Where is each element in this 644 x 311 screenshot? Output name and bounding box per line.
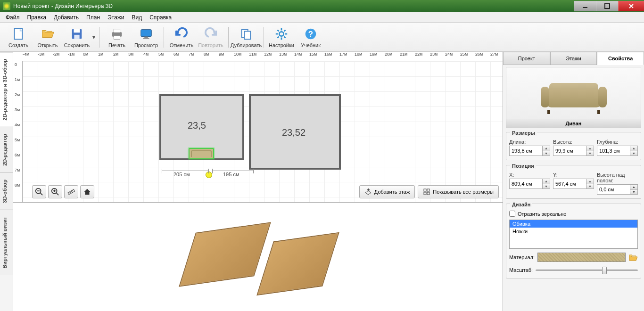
- svg-line-20: [284, 36, 286, 38]
- menu-edit[interactable]: Правка: [24, 13, 50, 22]
- svg-line-33: [69, 192, 69, 193]
- sofa-preview-image: [541, 81, 607, 114]
- 3d-rooms: [182, 214, 333, 299]
- properties-panel: Проект Этажи Свойства Диван Размеры Длин…: [503, 52, 644, 311]
- x-spinner[interactable]: ▲▼: [543, 179, 550, 189]
- material-swatch[interactable]: [537, 253, 626, 262]
- svg-rect-4: [74, 29, 80, 33]
- svg-line-19: [278, 30, 279, 31]
- menu-plan[interactable]: План: [83, 13, 104, 22]
- side-tab-2d[interactable]: 2D-редактор: [0, 127, 13, 172]
- object-preview: Диван: [506, 67, 641, 128]
- undo-icon: [174, 26, 189, 41]
- separator: [228, 27, 229, 48]
- tutorial-button[interactable]: ? Учебник: [296, 24, 325, 51]
- x-label: X:: [509, 172, 550, 178]
- rotate-handle[interactable]: [206, 172, 212, 178]
- show-dimensions-button[interactable]: Показывать все размеры: [418, 185, 499, 198]
- scale-slider[interactable]: [536, 266, 638, 274]
- height-input[interactable]: [553, 146, 586, 156]
- window-minimize-button[interactable]: [574, 1, 596, 11]
- tab-project[interactable]: Проект: [503, 52, 550, 65]
- svg-line-36: [72, 190, 73, 191]
- depth-input[interactable]: [597, 146, 630, 156]
- zoom-out-button[interactable]: [32, 185, 46, 198]
- mirror-checkbox[interactable]: [509, 211, 515, 217]
- y-spinner[interactable]: ▲▼: [586, 179, 594, 189]
- menu-add[interactable]: Добавить: [50, 13, 83, 22]
- preview-button[interactable]: Просмотр: [132, 24, 161, 51]
- svg-rect-5: [74, 34, 79, 38]
- zoom-in-button[interactable]: [48, 185, 62, 198]
- mirror-checkbox-row[interactable]: Отразить зеркально: [509, 211, 638, 217]
- design-group: Дизайн Отразить зеркально Обивка Ножки М…: [506, 204, 641, 278]
- scale-label: Масштаб:: [509, 267, 533, 273]
- z-spinner[interactable]: ▲▼: [630, 184, 638, 195]
- home-view-button[interactable]: [80, 185, 94, 198]
- parts-listbox[interactable]: Обивка Ножки: [509, 220, 638, 249]
- side-tab-2d-3d[interactable]: 2D-редактор и 3D-обзор: [0, 52, 13, 127]
- vertical-ruler: 01м2м3м4м5м6м7м8м: [13, 61, 23, 202]
- save-dropdown-arrow[interactable]: ▾: [91, 34, 96, 41]
- create-button[interactable]: Создать: [4, 24, 33, 51]
- tab-properties[interactable]: Свойства: [597, 52, 644, 65]
- duplicate-button[interactable]: Дублировать: [231, 24, 261, 51]
- length-spinner[interactable]: ▲▼: [543, 146, 550, 156]
- length-input[interactable]: [509, 146, 543, 156]
- svg-rect-8: [114, 35, 120, 39]
- floorplan-canvas[interactable]: 23,5 23,52 205 см 195 см Добави: [23, 61, 503, 202]
- tab-floors[interactable]: Этажи: [550, 52, 597, 65]
- separator: [164, 27, 164, 48]
- gear-icon: [274, 26, 289, 41]
- preview-caption: Диван: [506, 119, 641, 128]
- window-close-button[interactable]: [618, 1, 644, 11]
- measure-button[interactable]: [64, 185, 78, 198]
- open-button[interactable]: Открыть: [33, 24, 62, 51]
- 3d-preview-canvas[interactable]: [13, 203, 503, 311]
- menu-floors[interactable]: Этажи: [104, 13, 128, 22]
- height-label: Высота:: [553, 139, 594, 145]
- save-button[interactable]: Сохранить: [62, 24, 91, 51]
- y-label: Y:: [553, 172, 594, 178]
- app-icon: [3, 2, 10, 10]
- settings-button[interactable]: Настройки: [267, 24, 296, 51]
- sofa-object[interactable]: [189, 148, 214, 159]
- separator: [264, 27, 264, 48]
- y-input[interactable]: [553, 179, 586, 189]
- material-label: Материал:: [509, 254, 535, 260]
- add-floor-button[interactable]: Добавить этаж: [359, 185, 415, 198]
- side-tabs: 2D-редактор и 3D-обзор 2D-редактор 3D-об…: [0, 52, 13, 311]
- browse-material-button[interactable]: [628, 253, 638, 262]
- menu-help[interactable]: Справка: [146, 13, 175, 22]
- list-item[interactable]: Обивка: [510, 220, 637, 228]
- help-icon: ?: [303, 26, 318, 41]
- menu-view[interactable]: Вид: [128, 13, 146, 22]
- main-toolbar: Создать Открыть Сохранить ▾ Печать Просм…: [0, 23, 644, 52]
- svg-line-34: [70, 191, 71, 192]
- window-titlebar: Новый проект - Дизайн Интерьера 3D: [0, 0, 644, 12]
- dimensions-icon: [423, 188, 430, 196]
- save-icon: [69, 26, 84, 41]
- redo-icon: [203, 26, 218, 41]
- window-maximize-button[interactable]: [596, 1, 619, 11]
- print-button[interactable]: Печать: [102, 24, 132, 51]
- menu-file[interactable]: Файл: [2, 13, 24, 22]
- side-tab-3d[interactable]: 3D-обзор: [0, 172, 13, 210]
- svg-point-14: [279, 32, 283, 36]
- redo-button[interactable]: Повторить: [196, 24, 225, 51]
- depth-spinner[interactable]: ▲▼: [630, 146, 638, 156]
- undo-button[interactable]: Отменить: [167, 24, 196, 51]
- length-label: Длина:: [509, 139, 550, 145]
- height-spinner[interactable]: ▲▼: [586, 146, 594, 156]
- svg-rect-32: [68, 189, 75, 195]
- svg-rect-7: [114, 29, 120, 33]
- x-input[interactable]: [509, 179, 543, 189]
- side-tab-virtual[interactable]: Виртуальный визит: [0, 210, 13, 275]
- depth-label: Глубина:: [597, 139, 638, 145]
- z-input[interactable]: [597, 184, 630, 195]
- new-file-icon: [11, 26, 26, 41]
- svg-rect-11: [143, 38, 149, 39]
- dimension-line-2: [212, 171, 254, 171]
- list-item[interactable]: Ножки: [510, 228, 637, 235]
- room-2-area-label: 23,52: [282, 127, 305, 138]
